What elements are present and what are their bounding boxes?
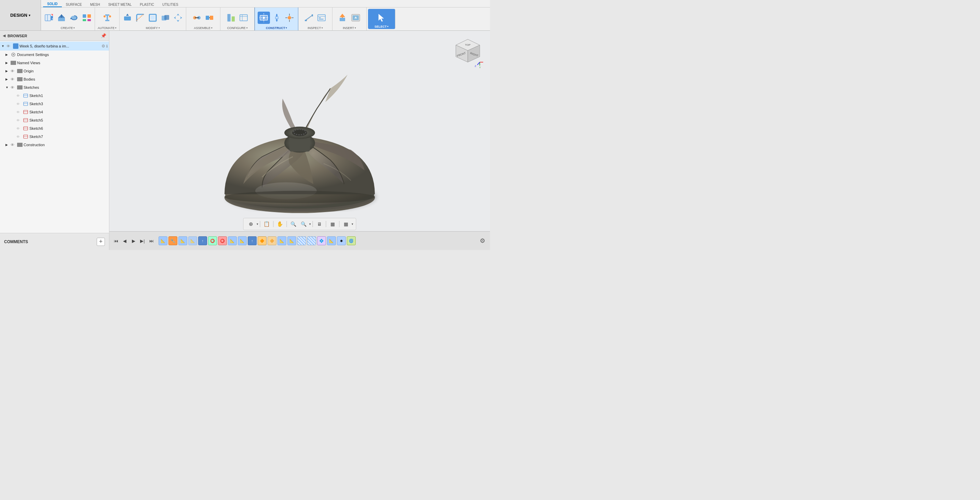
automate-icon[interactable] [102, 12, 113, 24]
tl-icon-3[interactable]: 📐 [178, 237, 187, 245]
tree-item-named-views[interactable]: ▶ Named Views [0, 59, 109, 67]
svg-point-40 [263, 17, 265, 19]
root-settings-icon[interactable]: ⚙ [102, 44, 105, 49]
fillet-icon[interactable] [134, 12, 146, 24]
vt-dropdown1[interactable]: ▾ [257, 222, 258, 226]
tree-item-root[interactable]: ▼ 👁 Week 5, diseño turbina a im... ⚙ ℹ [0, 42, 109, 51]
select-icon[interactable] [376, 12, 388, 24]
tree-item-origin[interactable]: ▶ 👁 Origin [0, 67, 109, 75]
tree-item-sketches[interactable]: ▼ 👁 Sketches [0, 83, 109, 92]
tl-icon-17[interactable]: 💠 [317, 237, 326, 245]
nav-cluster-icon[interactable]: ⊕ [247, 219, 256, 229]
tl-icon-15[interactable] [297, 237, 306, 245]
zoom-dropdown[interactable]: 🔍 [299, 219, 309, 229]
inspect-group: INSPECT▾ [298, 8, 332, 30]
tree-item-sketch3[interactable]: 👁 Sketch3 [0, 100, 109, 108]
measure-icon[interactable] [303, 12, 315, 24]
construction-eye-icon[interactable]: 👁 [11, 143, 16, 147]
tab-mesh[interactable]: MESH [86, 2, 104, 7]
tl-icon-7[interactable]: ⭕ [218, 237, 227, 245]
tree-item-doc-settings[interactable]: ▶ Document Settings [0, 51, 109, 59]
revolve-icon[interactable] [68, 12, 80, 24]
tl-icon-9[interactable]: 📐 [238, 237, 247, 245]
insert-icon2[interactable] [350, 12, 361, 24]
root-collapse-arrow[interactable]: ▼ [2, 44, 5, 48]
tl-icon-1[interactable]: 📐 [159, 237, 167, 245]
joint-icon[interactable] [191, 12, 203, 24]
grid-icon[interactable]: ▦ [328, 219, 337, 229]
tl-icon-10[interactable]: ↑ [248, 237, 257, 245]
extrude-icon[interactable] [56, 12, 67, 24]
tree-item-construction[interactable]: ▶ 👁 Construction [0, 141, 109, 149]
combine-icon[interactable] [159, 12, 171, 24]
sketch3-eye-icon[interactable]: 👁 [16, 102, 22, 106]
view-options-icon[interactable]: ▦ [341, 219, 351, 229]
timeline-next-btn[interactable]: ▶| [139, 237, 146, 244]
tl-icon-14[interactable]: 📐 [287, 237, 296, 245]
zoom-fit-icon[interactable]: 🔍 [289, 219, 298, 229]
tab-sheet-metal[interactable]: SHEET METAL [104, 2, 136, 7]
tab-utilities[interactable]: UTILITIES [158, 2, 183, 7]
new-component-icon[interactable]: + [43, 12, 55, 24]
comments-add-icon[interactable]: + [97, 238, 105, 246]
browser-pin-icon[interactable]: 📌 [101, 33, 106, 38]
sketch5-eye-icon[interactable]: 👁 [16, 119, 22, 122]
insert-icon1[interactable] [337, 12, 349, 24]
vt-dropdown2[interactable]: ▾ [309, 222, 311, 226]
tl-icon-11[interactable]: 🔶 [258, 237, 267, 245]
pan-icon[interactable]: ✋ [275, 219, 285, 229]
tree-item-sketch6[interactable]: 👁 Sketch6 [0, 124, 109, 133]
vt-dropdown3[interactable]: ▾ [352, 222, 353, 226]
tl-icon-6[interactable]: ⭕ [208, 237, 217, 245]
as-built-icon[interactable] [204, 12, 215, 24]
timeline-settings-icon[interactable]: ⚙ [478, 236, 487, 246]
press-pull-icon[interactable] [122, 12, 133, 24]
sketch1-eye-icon[interactable]: 👁 [16, 94, 22, 98]
tab-surface[interactable]: SURFACE [62, 2, 86, 7]
display-mode-icon[interactable]: 🖥 [315, 219, 324, 229]
timeline-prev-btn[interactable]: ◀ [121, 237, 129, 244]
tree-item-sketch7[interactable]: 👁 Sketch7 [0, 133, 109, 141]
tree-item-sketch1[interactable]: 👁 Sketch1 [0, 92, 109, 100]
tl-icon-18[interactable]: 📐 [327, 237, 336, 245]
timeline-play-btn[interactable]: ▶ [130, 237, 137, 244]
inspect-icon2[interactable] [316, 12, 327, 24]
construct-axis-icon[interactable] [271, 12, 283, 24]
timeline-last-btn[interactable]: ⏭ [148, 237, 155, 244]
view-cube[interactable]: TOP FRONT RIGHT X Y Z [452, 38, 483, 68]
shell-icon[interactable] [147, 12, 159, 24]
tree-item-sketch5[interactable]: 👁 Sketch5 [0, 116, 109, 124]
sketch4-eye-icon[interactable]: 👁 [16, 110, 22, 114]
root-eye-icon[interactable]: 👁 [6, 44, 12, 48]
tree-item-sketch4[interactable]: 👁 Sketch4 [0, 108, 109, 116]
root-label: Week 5, diseño turbina a im... [19, 44, 100, 48]
timeline-first-btn[interactable]: ⏮ [112, 237, 119, 244]
tree-item-bodies[interactable]: ▶ 👁 Bodies [0, 75, 109, 83]
root-info-icon[interactable]: ℹ [106, 44, 108, 49]
tl-icon-13[interactable]: 📐 [277, 237, 286, 245]
tl-icon-12[interactable]: 🔶 [267, 237, 277, 245]
configure-icon1[interactable] [225, 12, 237, 24]
move-icon[interactable] [172, 12, 184, 24]
tl-icon-4[interactable]: 📐 [188, 237, 197, 245]
sketch6-eye-icon[interactable]: 👁 [16, 127, 22, 130]
configure-icon2[interactable] [238, 12, 250, 24]
construct-plane-icon[interactable] [258, 12, 270, 24]
camera-icon[interactable]: 📋 [262, 219, 272, 229]
bodies-eye-icon[interactable]: 👁 [11, 77, 16, 81]
browser-collapse-icon[interactable]: ◀ [3, 33, 5, 38]
design-button[interactable]: DESIGN ▾ [0, 0, 41, 30]
create-more-icon[interactable] [81, 12, 92, 24]
tab-plastic[interactable]: PLASTIC [136, 2, 158, 7]
sketches-eye-icon[interactable]: 👁 [11, 86, 16, 89]
tl-icon-19[interactable]: ✱ [337, 237, 346, 245]
construct-point-icon[interactable] [283, 12, 295, 24]
sketch7-eye-icon[interactable]: 👁 [16, 135, 22, 139]
tl-icon-8[interactable]: 📐 [228, 237, 237, 245]
tab-solid[interactable]: SOLID [43, 2, 62, 7]
tl-icon-2[interactable]: 🔧 [169, 237, 177, 245]
tl-icon-5[interactable]: ↑ [198, 237, 207, 245]
tl-icon-16[interactable] [307, 237, 316, 245]
tl-icon-20[interactable]: 🌀 [347, 237, 356, 245]
origin-eye-icon[interactable]: 👁 [11, 69, 16, 73]
